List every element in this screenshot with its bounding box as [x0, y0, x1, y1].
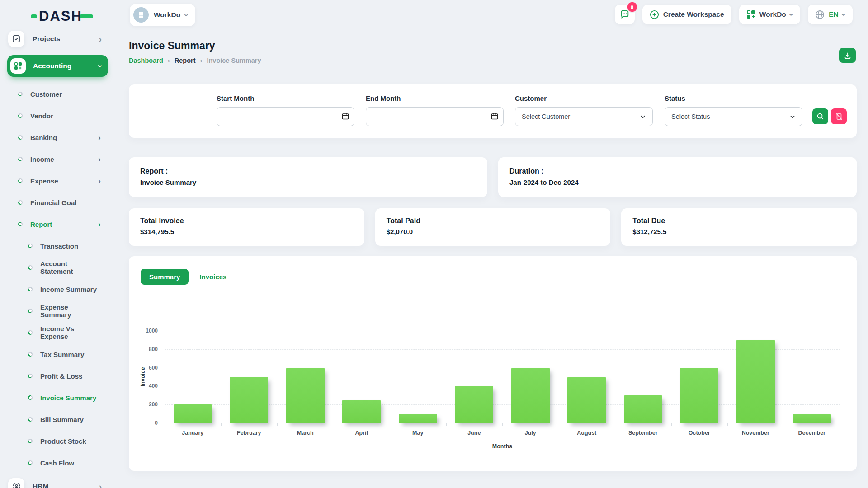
apply-filter-button[interactable] — [812, 108, 828, 124]
breadcrumb-item-report[interactable]: Report — [175, 57, 196, 64]
sidebar-item-projects[interactable]: Projects › — [0, 26, 115, 52]
bullet-icon — [28, 439, 33, 443]
chevron-down-icon: › — [840, 13, 848, 16]
stat-label: Total Invoice — [140, 217, 364, 225]
x-axis-tick — [334, 423, 334, 426]
reset-filter-button[interactable] — [831, 108, 847, 124]
sidebar-item-product-stock[interactable]: Product Stock — [0, 430, 115, 452]
breadcrumb-item-dashboard[interactable]: Dashboard — [129, 57, 163, 64]
plus-circle-icon — [650, 10, 659, 19]
sidebar-item-expense-summary[interactable]: Expense Summary — [0, 300, 115, 322]
bullet-icon — [28, 395, 33, 400]
tab-summary[interactable]: Summary — [141, 269, 189, 285]
total-paid-card: Total Paid $2,070.0 — [375, 208, 611, 246]
sidebar-item-income-vs-expense[interactable]: Income Vs Expense — [0, 322, 115, 343]
x-axis-tick — [165, 423, 165, 426]
bullet-icon — [18, 92, 23, 96]
chevron-right-icon: › — [98, 221, 101, 228]
logo-text: DASH — [39, 8, 82, 24]
download-report-button[interactable] — [839, 48, 856, 63]
workspace-switcher[interactable]: WorkDo › — [130, 4, 195, 26]
sidebar-item-tax-summary[interactable]: Tax Summary — [0, 343, 115, 365]
end-month-input[interactable] — [366, 107, 504, 126]
brand-logo[interactable]: DASH — [31, 8, 93, 24]
x-tick-label: November — [726, 430, 785, 436]
totals-row: Total Invoice $314,795.5 Total Paid $2,0… — [129, 208, 857, 246]
sidebar-item-label: Expense — [30, 177, 58, 185]
sidebar-item-label: Vendor — [30, 112, 53, 120]
end-month-field[interactable] — [366, 108, 503, 126]
sidebar-item-profit-loss[interactable]: Profit & Loss — [0, 365, 115, 387]
sidebar-item-label: Banking — [30, 134, 57, 141]
start-month-input[interactable] — [217, 107, 354, 126]
sidebar-item-invoice-summary[interactable]: Invoice Summary — [0, 387, 115, 408]
create-workspace-button[interactable]: Create Workspace — [642, 5, 731, 24]
x-axis-tick — [671, 423, 672, 426]
sidebar-item-label: Bill Summary — [40, 416, 84, 423]
duration-value: Jan-2024 to Dec-2024 — [509, 178, 857, 186]
calendar-icon[interactable] — [342, 113, 349, 120]
x-tick-label: March — [276, 430, 335, 436]
sidebar-item-bill-summary[interactable]: Bill Summary — [0, 408, 115, 430]
chevron-down-icon: › — [787, 13, 796, 16]
bullet-icon — [28, 330, 33, 335]
bar-chart-plot — [165, 331, 840, 423]
report-submenu: TransactionAccount StatementIncome Summa… — [0, 235, 115, 474]
breadcrumb: Dashboard›Report›Invoice Summary — [129, 56, 857, 64]
chart-x-axis-labels: JanuaryFebruaryMarchAprilMayJuneJulyAugu… — [165, 430, 840, 439]
sidebar-item-financial-goal[interactable]: Financial Goal — [0, 192, 115, 213]
stat-value: $312,725.5 — [632, 228, 857, 235]
report-name-card: Report : Invoice Summary — [129, 157, 487, 197]
sidebar-item-hrm[interactable]: HRM › — [0, 474, 115, 488]
breadcrumb-separator: › — [200, 56, 202, 64]
x-axis-tick — [615, 423, 615, 426]
sidebar-item-income[interactable]: Income› — [0, 148, 115, 170]
building-icon — [137, 11, 145, 19]
bar-december — [793, 414, 831, 423]
logo-bar-icon — [80, 14, 93, 18]
sidebar-item-income-summary[interactable]: Income Summary — [0, 278, 115, 300]
workdo-menu-button[interactable]: WorkDo › — [739, 5, 800, 24]
sidebar-item-banking[interactable]: Banking› — [0, 127, 115, 148]
customer-select[interactable]: Select Customer — [515, 107, 653, 126]
x-axis-tick — [784, 423, 784, 426]
chevron-down-icon — [640, 113, 646, 120]
sidebar-item-label: Profit & Loss — [40, 372, 82, 380]
bar-september — [624, 395, 662, 423]
stat-value: $314,795.5 — [140, 228, 364, 235]
language-selector[interactable]: EN › — [808, 5, 853, 24]
messages-button[interactable]: 0 — [615, 5, 635, 24]
globe-icon — [815, 10, 825, 19]
end-month-label: End Month — [366, 94, 504, 102]
sidebar-item-cash-flow[interactable]: Cash Flow — [0, 452, 115, 474]
end-month-group: End Month — [366, 94, 504, 126]
stat-label: Total Due — [632, 217, 857, 225]
sidebar-item-report[interactable]: Report› — [0, 213, 115, 235]
sidebar-item-account-statement[interactable]: Account Statement — [0, 257, 115, 278]
sidebar-section-accounting[interactable]: Accounting › — [7, 55, 108, 77]
chevron-right-icon: › — [98, 155, 101, 163]
calendar-icon[interactable] — [491, 113, 498, 120]
sidebar-item-label: Report — [30, 221, 52, 228]
sidebar-item-label: Transaction — [40, 242, 78, 250]
x-tick-label: May — [388, 430, 447, 436]
x-axis-tick — [221, 423, 222, 426]
bullet-icon — [18, 222, 23, 226]
bullet-icon — [28, 265, 33, 270]
bullet-icon — [28, 287, 33, 291]
bullet-icon — [18, 157, 23, 161]
status-select[interactable]: Select Status — [665, 107, 802, 126]
sidebar-item-label: Projects — [33, 35, 60, 43]
start-month-field[interactable] — [217, 108, 354, 126]
sidebar-item-customer[interactable]: Customer — [0, 83, 115, 105]
sidebar-item-transaction[interactable]: Transaction — [0, 235, 115, 257]
sidebar-item-expense[interactable]: Expense› — [0, 170, 115, 192]
x-axis-tick — [390, 423, 390, 426]
bullet-icon — [18, 178, 23, 183]
sidebar-item-vendor[interactable]: Vendor — [0, 105, 115, 127]
tab-invoices[interactable]: Invoices — [198, 269, 228, 285]
bar-march — [286, 368, 325, 423]
bullet-icon — [28, 417, 33, 422]
stat-value: $2,070.0 — [387, 228, 611, 235]
x-axis-tick — [840, 423, 840, 426]
